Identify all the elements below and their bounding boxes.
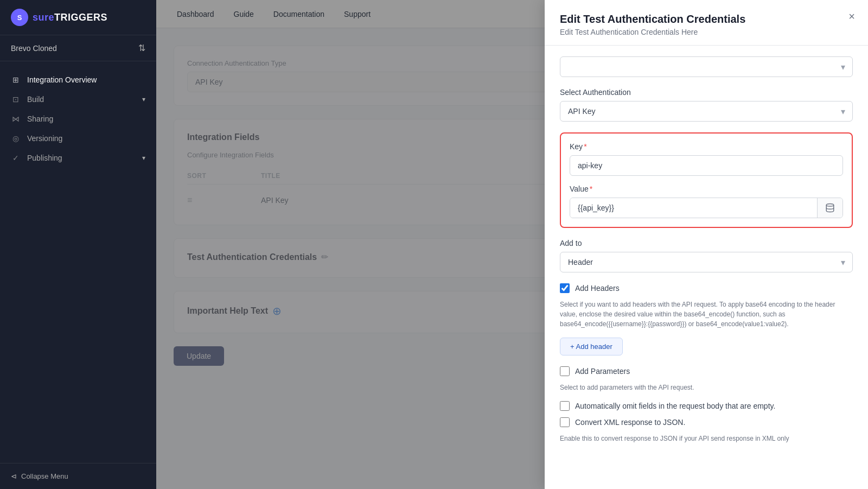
sidebar-item-label: Sharing xyxy=(27,115,53,123)
add-parameters-section: Add Parameters Select to add parameters … xyxy=(560,366,853,392)
key-field: Key* xyxy=(570,142,843,176)
convert-xml-label: Convert XML response to JSON. xyxy=(575,418,685,427)
convert-xml-checkbox[interactable] xyxy=(560,417,570,427)
sidebar-item-label: Publishing xyxy=(27,154,62,162)
logo-area: S sureTRIGGERS xyxy=(0,0,156,35)
modal-title: Edit Test Authentication Credentials xyxy=(560,13,853,26)
key-label: Key* xyxy=(570,142,843,151)
database-icon-button[interactable] xyxy=(817,198,843,218)
chevron-down-icon: ▾ xyxy=(142,154,145,162)
workspace-row[interactable]: Brevo Cloned ⇅ xyxy=(0,35,156,61)
logo-icon: S xyxy=(11,9,28,26)
add-header-button[interactable]: + Add header xyxy=(560,338,623,355)
modal-subtitle: Edit Test Authentication Credentials Her… xyxy=(560,28,853,36)
add-parameters-checkbox[interactable] xyxy=(560,366,570,376)
omit-empty-row: Automatically omit fields in the request… xyxy=(560,401,853,411)
add-to-wrapper: Header Query Body ▾ xyxy=(560,252,853,272)
sidebar-item-label: Versioning xyxy=(27,134,62,143)
collapse-menu[interactable]: ⊲ Collapse Menu xyxy=(0,463,156,489)
chevron-down-icon: ▾ xyxy=(142,96,145,103)
top-select-wrapper: ▾ xyxy=(560,56,853,77)
home-icon: ⊞ xyxy=(11,75,21,84)
workspace-name: Brevo Cloned xyxy=(11,44,57,53)
svg-point-0 xyxy=(826,204,834,207)
key-input[interactable] xyxy=(570,155,843,176)
convert-xml-help: Enable this to convert response to JSON … xyxy=(560,434,853,443)
edit-credentials-modal: Edit Test Authentication Credentials Edi… xyxy=(545,0,868,489)
add-headers-label: Add Headers xyxy=(575,284,620,293)
omit-empty-checkbox[interactable] xyxy=(560,401,570,411)
sidebar-item-label: Integration Overview xyxy=(27,75,97,84)
sharing-icon: ⋈ xyxy=(11,115,21,123)
modal-body: ▾ Select Authentication API Key OAuth2 B… xyxy=(545,46,868,489)
top-dropdown[interactable] xyxy=(560,56,853,77)
sidebar-item-sharing[interactable]: ⋈ Sharing xyxy=(0,109,156,129)
sidebar-item-label: Build xyxy=(27,95,44,104)
sidebar-item-versioning[interactable]: ◎ Versioning xyxy=(0,129,156,148)
add-to-dropdown[interactable]: Header Query Body xyxy=(560,252,853,272)
add-parameters-label: Add Parameters xyxy=(575,367,630,376)
value-label: Value* xyxy=(570,185,843,193)
publishing-icon: ✓ xyxy=(11,154,21,162)
sidebar-item-integration-overview[interactable]: ⊞ Integration Overview xyxy=(0,70,156,90)
build-icon: ⊡ xyxy=(11,95,21,104)
collapse-label: Collapse Menu xyxy=(21,472,68,480)
versioning-icon: ◎ xyxy=(11,134,21,143)
add-headers-help: Select if you want to add headers with t… xyxy=(560,300,853,329)
select-auth-wrapper: API Key OAuth2 Basic Auth ▾ xyxy=(560,101,853,122)
value-input[interactable] xyxy=(570,198,817,218)
sidebar-nav: ⊞ Integration Overview ⊡ Build ▾ ⋈ Shari… xyxy=(0,61,156,463)
add-headers-row: Add Headers xyxy=(560,283,853,293)
collapse-icon: ⊲ xyxy=(11,472,17,480)
credentials-highlighted-section: Key* Value* xyxy=(560,132,853,228)
sidebar-item-publishing[interactable]: ✓ Publishing ▾ xyxy=(0,148,156,168)
add-parameters-row: Add Parameters xyxy=(560,366,853,376)
select-auth-label: Select Authentication xyxy=(560,88,853,97)
value-input-wrapper xyxy=(570,198,843,218)
add-to-label: Add to xyxy=(560,239,853,247)
value-field: Value* xyxy=(570,185,843,218)
select-auth-section: Select Authentication API Key OAuth2 Bas… xyxy=(560,88,853,122)
add-parameters-help: Select to add parameters with the API re… xyxy=(560,383,853,392)
convert-xml-row: Convert XML response to JSON. xyxy=(560,417,853,427)
logo-text: sureTRIGGERS xyxy=(33,12,107,23)
omit-empty-label: Automatically omit fields in the request… xyxy=(575,402,775,410)
close-button[interactable]: × xyxy=(848,11,855,22)
add-to-section: Add to Header Query Body ▾ xyxy=(560,239,853,272)
add-headers-checkbox[interactable] xyxy=(560,283,570,293)
select-auth-dropdown[interactable]: API Key OAuth2 Basic Auth xyxy=(560,101,853,122)
sidebar-item-build[interactable]: ⊡ Build ▾ xyxy=(0,90,156,109)
modal-header: Edit Test Authentication Credentials Edi… xyxy=(545,0,868,46)
sidebar: S sureTRIGGERS Brevo Cloned ⇅ ⊞ Integrat… xyxy=(0,0,156,489)
main-area: Dashboard Guide Documentation Support Co… xyxy=(156,0,868,489)
workspace-sort-icon: ⇅ xyxy=(138,43,145,53)
add-headers-section: Add Headers Select if you want to add he… xyxy=(560,283,853,366)
